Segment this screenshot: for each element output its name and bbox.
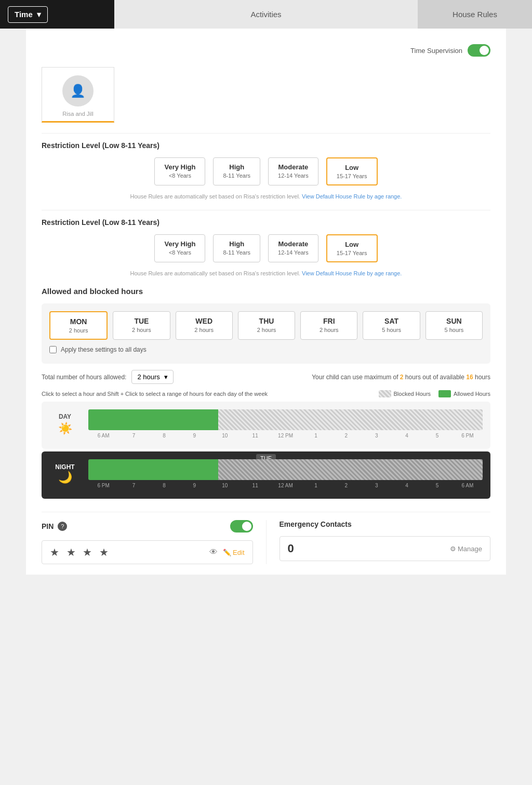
- allowed-blocked-section: Allowed and blocked hours MON 2 hours TU…: [42, 287, 490, 499]
- day-card-fri[interactable]: FRI 2 hours: [300, 311, 357, 340]
- apply-all-row: Apply these settings to all days: [49, 346, 483, 353]
- top-bar-left: Time ▾: [0, 0, 114, 29]
- rc-years: 8-11 Years: [223, 172, 250, 179]
- eye-icon[interactable]: 👁: [209, 548, 218, 557]
- pencil-icon: ✏️: [223, 549, 231, 556]
- rc-title: Low: [337, 241, 367, 248]
- gear-icon: ⚙: [450, 545, 456, 553]
- rc-title: Low: [337, 164, 367, 171]
- blocked-icon: [379, 390, 391, 397]
- day-card-sun[interactable]: SUN 5 hours: [425, 311, 483, 340]
- restriction-cards-2: Very High <8 Years High 8-11 Years Moder…: [42, 234, 490, 262]
- night-chart-bars[interactable]: 6 PM 7 8 9 10 11 12 AM 1 2 3 4 5: [88, 459, 483, 488]
- emergency-count-number: 0: [288, 542, 294, 555]
- hours-dropdown-value: 2 hours: [137, 373, 159, 381]
- apply-all-label: Apply these settings to all days: [61, 346, 147, 353]
- allowed-blocked-title: Allowed and blocked hours: [42, 287, 490, 296]
- restriction-title-1: Restriction Level (Low 8-11 Years): [42, 141, 490, 150]
- legend-row: Click to select a hour and Shift + Click…: [42, 390, 490, 397]
- night-text: NIGHT: [49, 463, 81, 471]
- emergency-count-row: 0 ⚙ Manage: [280, 536, 491, 561]
- night-chart-section: NIGHT 🌙 6 PM 7 8 9: [49, 459, 483, 488]
- pin-display: ★ ★ ★ ★ 👁 ✏️ Edit: [42, 540, 253, 564]
- bar-striped-1[interactable]: [218, 409, 483, 430]
- time-dropdown-label: Time: [15, 10, 33, 19]
- day-bar-row[interactable]: [88, 409, 483, 430]
- rc-years: 15-17 Years: [337, 173, 367, 179]
- moon-icon: 🌙: [49, 471, 81, 484]
- day-chart-container: DAY ☀️ 6 AM 7 8 9 10 11: [42, 402, 490, 449]
- hours-max: 2: [400, 374, 405, 381]
- avatar: 👤: [62, 75, 94, 107]
- click-hint: Click to select a hour and Shift + Click…: [42, 391, 376, 397]
- rc-title: High: [223, 240, 250, 248]
- day-card-wed[interactable]: WED 2 hours: [176, 311, 233, 340]
- vertical-divider: [266, 520, 267, 564]
- house-rules-tab[interactable]: House Rules: [418, 0, 532, 29]
- day-card-tue[interactable]: TUE 2 hours: [113, 311, 170, 340]
- profile-name: Risa and Jill: [62, 111, 93, 117]
- rc-title: High: [223, 163, 250, 171]
- night-label: NIGHT 🌙: [49, 463, 81, 484]
- rc-years: 12-14 Years: [278, 249, 309, 256]
- night-bar-row[interactable]: [88, 459, 483, 480]
- emergency-title: Emergency Contacts: [280, 520, 352, 528]
- restriction-card-moderate-2[interactable]: Moderate 12-14 Years: [268, 234, 318, 262]
- day-chart-bars[interactable]: 6 AM 7 8 9 10 11 12 PM 1 2 3 4 5 6 PM: [88, 409, 483, 438]
- hours-select-row: Total number of hours allowed: 2 hours ▾…: [42, 370, 490, 384]
- restriction-card-high-1[interactable]: High 8-11 Years: [213, 157, 260, 185]
- pin-section: PIN ? ★ ★ ★ ★ 👁 ✏️ Edit: [42, 520, 253, 564]
- apply-all-checkbox[interactable]: [49, 346, 57, 353]
- time-supervision-toggle[interactable]: [468, 44, 490, 57]
- manage-link[interactable]: ⚙ Manage: [450, 545, 482, 553]
- restriction-card-high-2[interactable]: High 8-11 Years: [213, 234, 260, 262]
- restriction-note-1: House Rules are automatically set based …: [42, 193, 490, 199]
- emergency-section: Emergency Contacts 0 ⚙ Manage: [280, 520, 491, 564]
- day-text: DAY: [49, 413, 81, 420]
- day-card-mon[interactable]: MON 2 hours: [49, 311, 108, 340]
- pin-edit-link[interactable]: ✏️ Edit: [223, 549, 244, 556]
- divider-2: [42, 210, 490, 210]
- restriction-card-low-2[interactable]: Low 15-17 Years: [326, 234, 378, 262]
- main-content: Time Supervision 👤 Risa and Jill Restric…: [26, 29, 506, 575]
- day-card-thu[interactable]: THU 2 hours: [238, 311, 295, 340]
- restriction-link-1[interactable]: View Default House Rule by age range.: [302, 193, 402, 199]
- restriction-link-2[interactable]: View Default House Rule by age range.: [302, 270, 402, 276]
- pin-title: PIN: [42, 522, 54, 530]
- night-bar-green[interactable]: [88, 459, 218, 480]
- allowed-icon: [438, 390, 451, 397]
- legend-allowed: Allowed Hours: [438, 390, 490, 397]
- restriction-card-very-high-2[interactable]: Very High <8 Years: [154, 234, 205, 262]
- bottom-sections: PIN ? ★ ★ ★ ★ 👁 ✏️ Edit Emergency C: [42, 512, 490, 564]
- hours-info: Your child can use maximum of 2 hours ou…: [312, 374, 490, 381]
- restriction-card-moderate-1[interactable]: Moderate 12-14 Years: [268, 157, 318, 185]
- time-supervision-label: Time Supervision: [410, 47, 462, 55]
- night-chart-container: TUE NIGHT 🌙 6 PM 7: [42, 451, 490, 499]
- rc-title: Moderate: [278, 240, 309, 248]
- night-bar-striped[interactable]: [218, 459, 483, 480]
- night-time-axis: 6 PM 7 8 9 10 11 12 AM 1 2 3 4 5: [88, 483, 483, 488]
- profile-card: 👤 Risa and Jill: [42, 67, 114, 123]
- rc-years: 15-17 Years: [337, 250, 367, 256]
- pin-help-icon[interactable]: ?: [58, 522, 67, 531]
- person-icon: 👤: [70, 84, 86, 98]
- time-supervision-row: Time Supervision: [42, 39, 490, 62]
- pin-header-left: PIN ?: [42, 522, 67, 531]
- legend-blocked: Blocked Hours: [379, 390, 431, 397]
- bar-green-1[interactable]: [88, 409, 218, 430]
- activities-tab[interactable]: Activities: [114, 0, 418, 29]
- pin-toggle[interactable]: [230, 520, 253, 533]
- divider-1: [42, 133, 490, 134]
- restriction-card-very-high-1[interactable]: Very High <8 Years: [154, 157, 205, 185]
- rc-years: <8 Years: [164, 172, 195, 179]
- day-chart-section: DAY ☀️ 6 AM 7 8 9 10 11: [49, 409, 483, 438]
- rc-title: Moderate: [278, 163, 309, 171]
- time-dropdown[interactable]: Time ▾: [8, 6, 48, 23]
- hours-select-left: Total number of hours allowed: 2 hours ▾: [42, 370, 174, 384]
- days-container: MON 2 hours TUE 2 hours WED 2 hours THU …: [42, 303, 490, 364]
- restriction-card-low-1[interactable]: Low 15-17 Years: [326, 157, 378, 185]
- day-card-sat[interactable]: SAT 5 hours: [363, 311, 420, 340]
- hours-dropdown[interactable]: 2 hours ▾: [131, 370, 173, 384]
- chevron-down-icon: ▾: [37, 10, 41, 19]
- days-row: MON 2 hours TUE 2 hours WED 2 hours THU …: [49, 311, 483, 340]
